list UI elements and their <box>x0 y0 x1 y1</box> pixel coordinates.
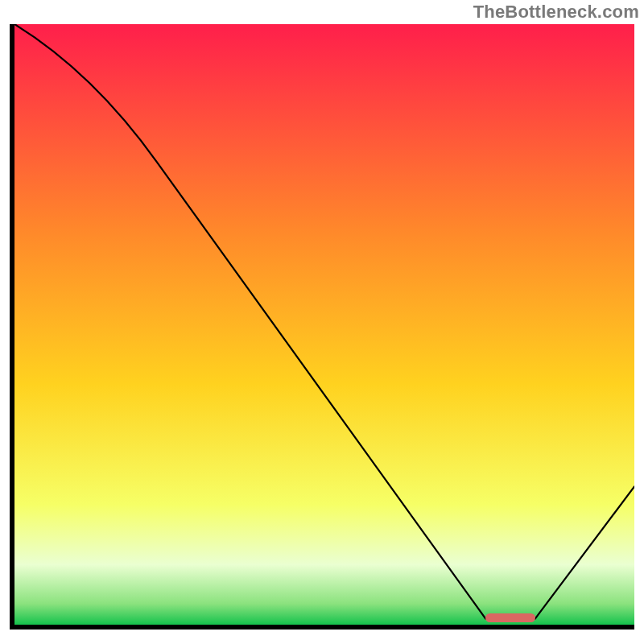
y-axis <box>10 24 14 630</box>
chart-stage: TheBottleneck.com <box>0 0 644 644</box>
watermark-text: TheBottleneck.com <box>473 2 639 23</box>
optimal-range-marker <box>485 613 535 622</box>
plot-svg <box>14 24 634 625</box>
x-axis <box>10 625 634 630</box>
plot-area <box>14 24 634 625</box>
gradient-fill <box>14 24 634 625</box>
